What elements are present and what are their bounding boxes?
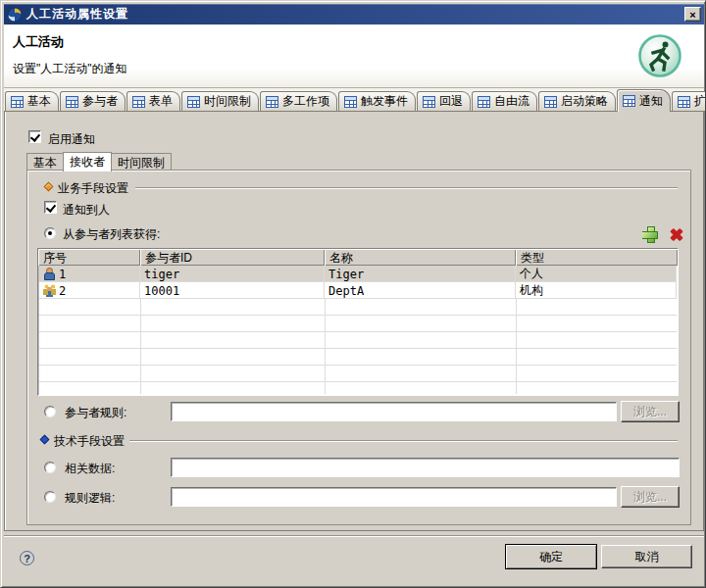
from-list-label: 从参与者列表获得: [63,226,160,243]
participant-rule-input[interactable] [171,402,617,421]
ok-button[interactable]: 确定 [505,544,597,569]
main-tab[interactable]: 扩展 [672,91,706,111]
main-tab[interactable]: 表单 [126,91,180,111]
inner-tab[interactable]: 接收者 [63,152,112,172]
main-tab-label: 多工作项 [282,93,329,110]
main-tab-label: 自由流 [494,93,530,110]
tech-section-divider [129,440,678,441]
app-icon [7,7,23,23]
dialog-window: 人工活动属性设置 × 人工活动 设置"人工活动"的通知 [0,0,706,588]
cell-no: 2 [39,282,140,299]
participant-type-icon [43,284,56,297]
rule-logic-browse-button[interactable]: 浏览... [621,486,680,508]
rule-logic-radio[interactable] [44,491,56,503]
close-button[interactable]: × [684,7,701,22]
table-icon [623,95,635,107]
cell-no: 1 [39,266,140,282]
inner-tab-label: 接收者 [70,155,105,169]
table-icon [187,96,200,108]
main-tab-label: 参与者 [82,93,118,110]
main-tab-strip: 基本 参与者 表单 时间限制 多工作项 [4,88,704,112]
business-section-divider [135,187,678,188]
add-participant-button[interactable] [641,225,658,242]
cancel-button[interactable]: 取消 [601,545,692,568]
close-icon: × [689,9,695,21]
participant-type-icon [43,268,56,280]
cell-type: 个人 [516,266,677,282]
from-list-radio[interactable] [44,227,56,239]
table-icon [132,96,145,108]
page-title: 人工活动 [13,33,64,51]
table-icon [423,96,435,108]
table-icon [544,96,557,108]
delete-participant-button[interactable] [669,227,684,242]
participant-rule-label: 参与者规则: [65,405,126,421]
main-tab[interactable]: 参与者 [60,91,126,111]
notify-person-label: 通知到人 [63,202,110,219]
dialog-header: 人工活动 设置"人工活动"的通知 [4,24,704,88]
main-tab[interactable]: 触发事件 [338,91,416,111]
inner-tab[interactable]: 时间限制 [111,153,172,171]
main-tab[interactable]: 基本 [5,91,59,111]
main-tab[interactable]: 启动策略 [538,91,616,111]
table-icon [678,96,690,108]
main-tab[interactable]: 多工作项 [260,91,337,111]
participant-rule-browse-button[interactable]: 浏览... [621,401,680,422]
main-tab-label: 基本 [27,93,51,110]
table-header-cell[interactable]: 名称 [325,249,516,266]
help-button[interactable]: ? [20,551,34,565]
table-icon [344,96,357,108]
table-icon [478,96,490,108]
inner-tab-strip: 基本 接收者 时间限制 [26,152,171,171]
table-header-row: 序号 参与者ID 名称 类型 [38,249,678,266]
table-icon [266,96,278,108]
participant-table: 序号 参与者ID 名称 类型 1 [37,248,679,396]
main-tab-label: 通知 [639,93,663,110]
business-section-label: 业务手段设置 [58,180,128,197]
enable-notify-label: 启用通知 [48,131,95,148]
table-row[interactable]: 2 10001 DeptA 机构 [39,282,677,299]
table-row[interactable]: 1 tiger Tiger 个人 [39,266,677,282]
related-data-radio[interactable] [44,462,56,473]
cell-name: DeptA [325,282,516,299]
main-tab-label: 时间限制 [204,93,251,110]
inner-tab-label: 时间限制 [118,156,165,170]
cell-participant-id: 10001 [140,282,325,299]
main-tab-label: 扩展 [694,93,706,110]
main-tab[interactable]: 时间限制 [181,91,259,111]
cell-participant-id: tiger [140,266,325,282]
enable-notify-checkbox[interactable] [28,130,41,143]
tech-section-label: 技术手段设置 [54,433,125,450]
table-header-cell[interactable]: 参与者ID [140,249,325,266]
main-tab[interactable]: 回退 [417,91,471,111]
notify-person-checkbox[interactable] [44,201,57,214]
page-subtitle: 设置"人工活动"的通知 [13,61,127,77]
related-data-label: 相关数据: [65,461,115,477]
footer-divider [4,535,704,536]
main-tab-label: 启动策略 [561,93,608,110]
rule-logic-input[interactable] [171,487,617,507]
table-header-cell[interactable]: 类型 [516,249,678,266]
main-tab-label: 回退 [439,93,463,110]
activity-runner-icon [637,33,682,78]
main-tab-label: 表单 [149,93,173,110]
main-tab[interactable]: 通知 [617,89,671,112]
cell-name: Tiger [325,266,516,282]
inner-tab-label: 基本 [33,156,57,170]
main-tab-label: 触发事件 [361,93,408,110]
participant-rule-radio[interactable] [44,406,56,417]
related-data-input[interactable] [171,458,680,477]
title-bar[interactable]: 人工活动属性设置 × [4,4,704,24]
table-icon [11,96,24,108]
table-icon [66,96,78,108]
help-icon-glyph: ? [24,553,30,564]
table-header-cell[interactable]: 序号 [38,249,140,266]
main-tab[interactable]: 自由流 [472,91,537,111]
rule-logic-label: 规则逻辑: [65,490,115,507]
window-title: 人工活动属性设置 [26,6,128,23]
inner-tab[interactable]: 基本 [26,153,64,171]
cell-type: 机构 [516,282,677,299]
table-body: 1 tiger Tiger 个人 2 10001 DeptA 机构 [39,266,677,394]
